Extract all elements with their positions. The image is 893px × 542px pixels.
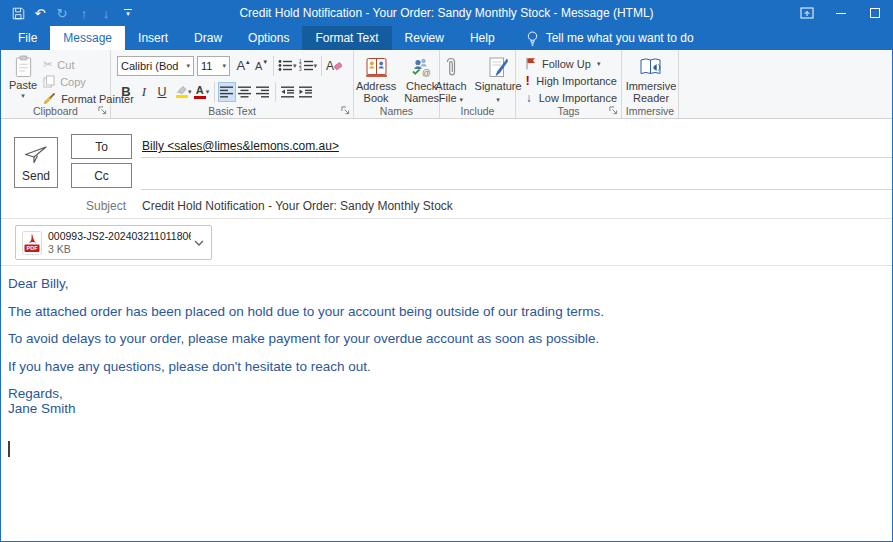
clear-formatting-button[interactable]: A (325, 56, 343, 76)
follow-up-button[interactable]: Follow Up ▾ (525, 55, 617, 72)
cc-button[interactable]: Cc (71, 163, 132, 188)
group-label-include: Include (440, 105, 515, 117)
attachment-meta: 000993-JS2-20240321101180660.PDF 3 KB (48, 230, 191, 255)
align-right-button[interactable] (254, 82, 272, 102)
clipboard-dialog-launcher[interactable] (97, 105, 108, 116)
minimize-icon (836, 13, 846, 14)
group-names: Address Book @ Check Names Names (354, 50, 440, 118)
high-importance-button[interactable]: ! High Importance (525, 72, 617, 89)
font-name-dropdown-icon: ▾ (186, 62, 190, 69)
decrease-indent-button[interactable] (279, 82, 297, 102)
separator (214, 82, 215, 102)
lightbulb-icon (526, 30, 539, 47)
customize-qat-button[interactable]: ▾ (117, 2, 139, 24)
shrink-font-button[interactable]: A▾ (252, 56, 270, 76)
tell-me-search[interactable]: Tell me what you want to do (516, 26, 704, 50)
font-color-dropdown-icon: ▾ (206, 88, 210, 95)
attachment-chip[interactable]: PDF 000993-JS2-20240321101180660.PDF 3 K… (15, 225, 212, 260)
tags-dialog-launcher[interactable] (608, 105, 619, 116)
send-button[interactable]: Send (14, 137, 58, 188)
numbering-button[interactable]: 123 ▾ (298, 56, 319, 76)
to-button[interactable]: To (71, 134, 132, 159)
font-size-value: 11 (201, 60, 212, 72)
immersive-reader-icon (639, 57, 664, 78)
move-up-button[interactable]: ↑ (73, 2, 95, 24)
to-recipient[interactable]: Billy <sales@limes&lemons.com.au> (142, 139, 339, 153)
immersive-reader-button[interactable]: Immersive Reader (623, 54, 680, 105)
undo-button[interactable]: ↶ (29, 2, 51, 24)
tell-me-label: Tell me what you want to do (546, 31, 694, 45)
font-color-icon: A (194, 85, 206, 99)
paste-dropdown-icon: ▾ (21, 92, 25, 99)
ribbon-tab-bar: File Message Insert Draw Options Format … (1, 26, 892, 50)
maximize-button[interactable] (858, 0, 892, 26)
dialog-launcher-icon (341, 106, 350, 115)
align-center-button[interactable] (236, 82, 254, 102)
attach-file-button[interactable]: Attach File ▾ (432, 54, 469, 105)
save-icon (12, 7, 25, 20)
increase-indent-icon (299, 86, 313, 98)
to-field-underline[interactable] (141, 157, 892, 158)
titlebar: ↶ ↻ ↑ ↓ ▾ Credit Hold Notification - You… (1, 0, 892, 26)
text-cursor (8, 441, 10, 457)
grow-font-icon: A (236, 58, 245, 73)
body-paragraph: The attached order has been placed on ho… (8, 304, 882, 319)
bullets-icon (278, 59, 293, 72)
numbering-dropdown-icon: ▾ (314, 62, 318, 69)
align-left-icon (220, 86, 234, 98)
increase-indent-button[interactable] (297, 82, 315, 102)
subject-field[interactable]: Credit Hold Notification - Your Order: S… (142, 199, 453, 213)
save-button[interactable] (7, 2, 29, 24)
follow-up-dropdown-icon: ▾ (597, 60, 601, 67)
address-book-button[interactable]: Address Book (353, 54, 399, 105)
attachment-size: 3 KB (48, 243, 191, 255)
ribbon-empty-area (679, 50, 892, 118)
tab-format-text[interactable]: Format Text (302, 26, 391, 50)
ribbon-display-options-button[interactable] (790, 0, 824, 26)
tab-draw[interactable]: Draw (181, 26, 235, 50)
clear-formatting-icon: A (326, 59, 334, 73)
redo-button[interactable]: ↻ (51, 2, 73, 24)
paste-button[interactable]: Paste ▾ (9, 55, 37, 107)
grow-font-button[interactable]: A▴ (234, 56, 252, 76)
message-body-editor[interactable]: Dear Billy, The attached order has been … (8, 276, 882, 541)
move-down-button[interactable]: ↓ (95, 2, 117, 24)
move-up-icon: ↑ (81, 7, 88, 20)
tab-insert[interactable]: Insert (125, 26, 181, 50)
tab-review[interactable]: Review (392, 26, 457, 50)
copy-label: Copy (60, 76, 86, 88)
low-importance-button[interactable]: ↓ Low Importance (525, 89, 617, 106)
text-highlight-button[interactable]: ▾ (174, 82, 193, 102)
font-size-combobox[interactable]: 11 ▾ (197, 56, 230, 76)
italic-button[interactable]: I (135, 82, 153, 102)
underline-button[interactable]: U (153, 82, 171, 102)
bold-button[interactable]: B (117, 82, 135, 102)
font-color-button[interactable]: A ▾ (193, 82, 211, 102)
bullets-button[interactable]: ▾ (277, 56, 298, 76)
basic-text-dialog-launcher[interactable] (340, 105, 351, 116)
cc-field-underline[interactable] (141, 189, 892, 190)
svg-text:3: 3 (299, 67, 302, 72)
attachment-options-button[interactable] (191, 229, 207, 257)
font-name-combobox[interactable]: Calibri (Bod ▾ (117, 56, 194, 76)
body-paragraph: Regards, (8, 386, 882, 401)
maximize-icon (870, 8, 880, 18)
group-label-basic-text: Basic Text (111, 105, 353, 117)
customize-qat-icon: ▾ (120, 9, 136, 17)
eraser-icon (334, 61, 342, 71)
svg-text:PDF: PDF (27, 245, 39, 251)
cut-icon: ✂ (43, 58, 52, 71)
group-label-immersive: Immersive (622, 105, 678, 117)
align-left-button[interactable] (218, 82, 236, 102)
shrink-font-icon: A (255, 60, 262, 72)
separator (273, 56, 274, 76)
tab-file[interactable]: File (5, 26, 50, 50)
paste-label: Paste (9, 79, 37, 91)
decrease-indent-icon (281, 86, 295, 98)
follow-up-label: Follow Up (542, 58, 591, 70)
attachment-filename: 000993-JS2-20240321101180660.PDF (48, 230, 191, 242)
tab-help[interactable]: Help (457, 26, 508, 50)
tab-options[interactable]: Options (235, 26, 302, 50)
tab-message[interactable]: Message (50, 26, 125, 50)
minimize-button[interactable] (824, 0, 858, 26)
